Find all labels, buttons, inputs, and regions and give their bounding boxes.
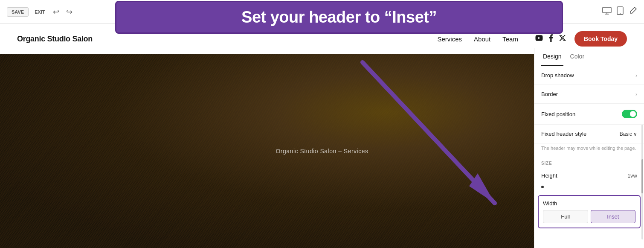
chevron-right-icon: › (635, 91, 637, 97)
panel-scrollbar-thumb (641, 159, 643, 194)
callout-banner: Set your header to “Inset” (115, 1, 563, 34)
width-options: Full Inset (543, 210, 635, 223)
nav-team[interactable]: Team (502, 35, 518, 43)
panel-hint: The header may move while editing the pa… (534, 143, 644, 156)
height-row: Height 1vw (534, 167, 644, 184)
panel-body: Drop shadow › Border › Fixed position Fi… (534, 66, 644, 248)
width-full-option[interactable]: Full (543, 210, 588, 223)
edit-pencil-icon[interactable] (629, 6, 637, 17)
drop-shadow-row[interactable]: Drop shadow › (534, 66, 644, 85)
hero-caption: Organic Studio Salon – Services (276, 148, 368, 155)
exit-button[interactable]: EXIT (32, 8, 47, 16)
border-label: Border (541, 91, 558, 97)
desktop-icon[interactable] (602, 7, 612, 17)
border-row[interactable]: Border › (534, 85, 644, 104)
nav-about[interactable]: About (474, 35, 490, 43)
tablet-icon[interactable] (617, 6, 624, 17)
chevron-down-icon: ∨ (633, 131, 637, 137)
svg-point-2 (620, 13, 621, 14)
callout-text: Set your header to “Inset” (241, 8, 437, 26)
site-nav: Services About Team (438, 35, 518, 43)
undo-button[interactable]: ↩ (51, 6, 61, 18)
fixed-header-style-row[interactable]: Fixed header style Basic ∨ (534, 125, 644, 143)
panel-tabs: Design Color (534, 48, 644, 66)
width-label: Width (543, 200, 635, 207)
fixed-position-toggle[interactable] (622, 110, 637, 118)
tab-color[interactable]: Color (569, 48, 586, 66)
svg-rect-0 (603, 7, 611, 13)
save-button[interactable]: SAVE (7, 7, 29, 17)
facebook-icon[interactable] (549, 34, 553, 44)
fixed-header-style-label: Fixed header style (541, 131, 586, 137)
device-icons (602, 6, 637, 17)
social-icons (535, 34, 566, 44)
design-panel: Design Color Drop shadow › Border › Fixe… (534, 48, 644, 248)
site-logo: Organic Studio Salon (17, 35, 93, 44)
fixed-position-label: Fixed position (541, 111, 575, 117)
drop-shadow-label: Drop shadow (541, 72, 574, 79)
slider-dot (534, 184, 644, 192)
width-section: Width Full Inset (538, 195, 641, 228)
panel-scrollbar[interactable] (641, 125, 643, 239)
height-label: Height (541, 172, 557, 179)
chevron-right-icon: › (635, 73, 637, 79)
site-preview: Organic Studio Salon Services About Team… (0, 24, 644, 248)
fixed-position-row[interactable]: Fixed position (534, 104, 644, 125)
book-today-button[interactable]: Book Today (574, 31, 627, 47)
x-twitter-icon[interactable] (559, 35, 566, 43)
nav-services[interactable]: Services (438, 35, 462, 43)
fixed-header-style-select[interactable]: Basic ∨ (620, 131, 637, 137)
size-section-label: SIZE (534, 156, 644, 167)
height-value: 1vw (627, 172, 637, 179)
tab-design[interactable]: Design (541, 48, 563, 66)
fixed-header-style-value: Basic (620, 131, 632, 137)
youtube-icon[interactable] (535, 35, 543, 43)
width-inset-option[interactable]: Inset (591, 210, 636, 223)
redo-button[interactable]: ↪ (64, 6, 74, 18)
dot-indicator (541, 186, 544, 188)
